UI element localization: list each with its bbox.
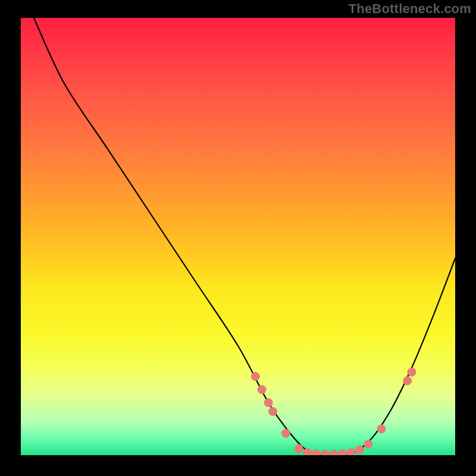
marker-dot [281,429,290,437]
marker-dot [295,444,303,453]
marker-dot [347,449,355,455]
marker-dot [251,372,259,381]
marker-dot [264,399,273,407]
bottleneck-curve [21,18,455,455]
marker-dot [321,450,329,455]
marker-dot [312,450,320,455]
marker-dot [408,368,416,376]
marker-dot [338,450,346,455]
marker-dot [330,450,338,455]
marker-dot [355,446,364,454]
marker-dot [364,440,372,449]
marker-dot [377,425,386,433]
marker-dot [303,449,312,455]
chart-container: TheBottleneck.com [0,0,476,476]
marker-dot [268,408,277,416]
plot-area [21,18,455,455]
watermark-text: TheBottleneck.com [349,1,471,17]
marker-dot [258,386,266,394]
marker-dot [403,377,412,385]
